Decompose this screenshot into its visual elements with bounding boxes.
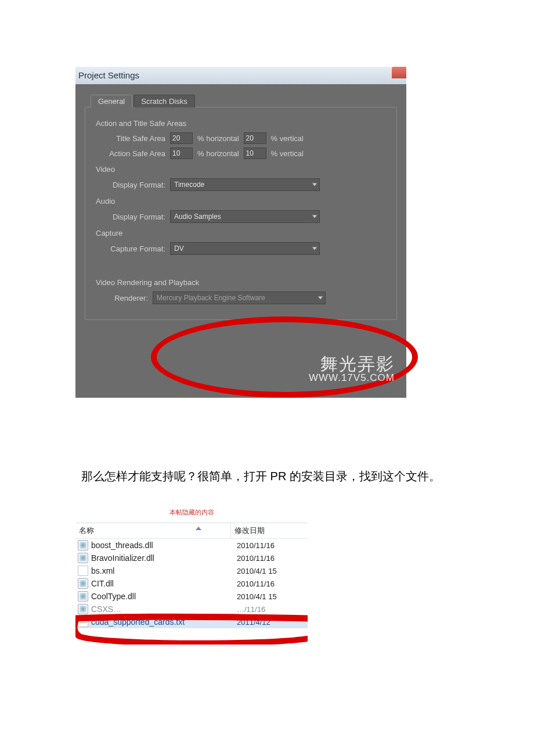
- file-date: 2010/4/1 15: [237, 592, 306, 601]
- file-rows: boost_threads.dll2010/11/16BravoInitiali…: [75, 539, 308, 628]
- chevron-down-icon: [312, 215, 317, 218]
- dropdown-value: Mercury Playback Engine Software: [157, 294, 265, 302]
- legend-video: Video: [96, 165, 386, 174]
- file-row[interactable]: bs.xml2010/4/1 15: [75, 564, 308, 577]
- dropdown-value: Timecode: [174, 181, 204, 189]
- dropdown-value: DV: [174, 244, 184, 253]
- row-action-safe: Action Safe Area 10 % horizontal 10 % ve…: [96, 147, 386, 159]
- dropdown-capture-format[interactable]: DV: [170, 242, 320, 255]
- dll-icon: [78, 553, 88, 563]
- input-action-safe-v[interactable]: 10: [244, 147, 266, 159]
- legend-audio: Audio: [96, 197, 386, 206]
- column-header-name[interactable]: 名称: [75, 523, 231, 538]
- label-capture-format: Capture Format:: [96, 244, 165, 253]
- row-video-format: Display Format: Timecode: [96, 178, 386, 191]
- row-audio-format: Display Format: Audio Samples: [96, 210, 386, 223]
- unit-horiz: % horizontal: [197, 134, 239, 143]
- file-name: CSXS…: [91, 604, 237, 614]
- input-title-safe-h[interactable]: 20: [170, 132, 193, 144]
- dropdown-value: Audio Samples: [174, 213, 221, 221]
- label-title-safe: Title Safe Area: [96, 134, 165, 143]
- legend-capture: Capture: [96, 229, 386, 237]
- dll-icon: [78, 578, 88, 589]
- dropdown-video-format[interactable]: Timecode: [170, 178, 320, 191]
- settings-tabs: General Scratch Disks: [91, 95, 397, 107]
- dll-icon: [78, 604, 88, 614]
- row-renderer: Renderer: Mercury Playback Engine Softwa…: [96, 291, 386, 304]
- label-renderer: Renderer:: [96, 294, 148, 303]
- file-table: 名称 修改日期 boost_threads.dll2010/11/16Bravo…: [75, 523, 308, 628]
- file-name: CIT.dll: [91, 579, 237, 588]
- input-title-safe-v[interactable]: 20: [244, 132, 266, 144]
- file-row[interactable]: BravoInitializer.dll2010/11/16: [75, 552, 308, 564]
- column-header-name-text: 名称: [79, 526, 94, 535]
- dialog-titlebar: Project Settings: [75, 67, 406, 84]
- file-row[interactable]: CoolType.dll2010/4/1 15: [75, 590, 308, 603]
- input-action-safe-h[interactable]: 10: [170, 147, 193, 159]
- dll-icon: [78, 540, 88, 550]
- tab-general[interactable]: General: [91, 95, 132, 107]
- chevron-down-icon: [318, 297, 323, 300]
- txt-icon: [78, 617, 88, 627]
- chevron-down-icon: [312, 183, 317, 186]
- dll-icon: [78, 591, 88, 602]
- file-row[interactable]: CIT.dll2010/11/16: [75, 577, 308, 590]
- file-row[interactable]: boost_threads.dll2010/11/16: [75, 539, 308, 552]
- file-name: bs.xml: [91, 566, 237, 575]
- file-date: …/11/16: [237, 605, 306, 614]
- project-settings-dialog: Project Settings General Scratch Disks A…: [75, 67, 406, 398]
- file-name: CoolType.dll: [91, 592, 237, 601]
- file-name: boost_threads.dll: [91, 541, 237, 550]
- chevron-down-icon: [312, 247, 317, 250]
- file-list-screenshot: 本帖隐藏的内容 名称 修改日期 boost_threads.dll2010/11…: [75, 508, 308, 628]
- sort-asc-icon: [196, 527, 201, 530]
- file-date: 2010/4/1 15: [237, 567, 306, 575]
- file-date: 2010/11/16: [237, 554, 306, 563]
- dropdown-audio-format[interactable]: Audio Samples: [170, 210, 320, 223]
- column-header-date[interactable]: 修改日期: [231, 523, 308, 538]
- file-row[interactable]: cuda_supported_cards.txt2011/4/12: [75, 615, 308, 628]
- file-date: 2010/11/16: [237, 541, 306, 550]
- row-capture-format: Capture Format: DV: [96, 242, 386, 255]
- file-date: 2011/4/12: [237, 618, 306, 627]
- watermark: 舞光弄影 WWW.17V5.COM: [309, 355, 395, 383]
- label-audio-format: Display Format:: [96, 213, 165, 221]
- row-title-safe: Title Safe Area 20 % horizontal 20 % ver…: [96, 132, 386, 144]
- file-table-header: 名称 修改日期: [75, 523, 308, 539]
- dropdown-renderer[interactable]: Mercury Playback Engine Software: [153, 291, 326, 304]
- file-row[interactable]: CSXS……/11/16: [75, 603, 308, 615]
- label-action-safe: Action Safe Area: [96, 149, 165, 158]
- legend-safe-areas: Action and Title Safe Areas: [96, 119, 386, 128]
- file-date: 2010/11/16: [237, 579, 306, 588]
- watermark-line1: 舞光弄影: [309, 355, 395, 373]
- instruction-paragraph: 那么怎样才能支持呢？很简单，打开 PR 的安装目录，找到这个文件。: [58, 462, 447, 491]
- unit-vert-2: % vertical: [271, 149, 304, 158]
- xml-icon: [78, 566, 88, 576]
- close-icon[interactable]: [392, 67, 406, 78]
- watermark-line2: WWW.17V5.COM: [309, 373, 395, 383]
- legend-rendering: Video Rendering and Playback: [96, 278, 386, 287]
- hidden-content-label: 本帖隐藏的内容: [75, 508, 308, 517]
- file-name: BravoInitializer.dll: [91, 553, 237, 563]
- tab-scratch-disks[interactable]: Scratch Disks: [134, 95, 194, 107]
- label-video-format: Display Format:: [96, 181, 165, 189]
- unit-vert: % vertical: [271, 134, 304, 143]
- unit-horiz-2: % horizontal: [197, 149, 239, 158]
- file-name: cuda_supported_cards.txt: [91, 617, 237, 627]
- dialog-title: Project Settings: [78, 70, 139, 80]
